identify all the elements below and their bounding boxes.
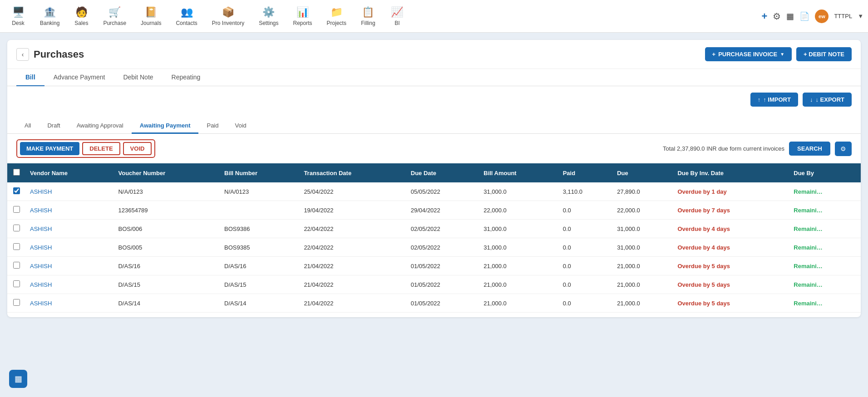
table-row[interactable]: ASHISH 123654789 19/04/2022 29/04/2022 2… — [7, 201, 861, 220]
row-due: 31,000.0 — [612, 220, 673, 238]
back-button[interactable]: ‹ — [16, 48, 29, 61]
row-checkbox-cell[interactable] — [7, 275, 25, 294]
row-bill-number: D/AS/15 — [220, 275, 299, 294]
journals-icon: 📔 — [145, 6, 157, 18]
col-header-due-by-inv-date: Due By Inv. Date — [673, 163, 789, 182]
table-settings-button[interactable]: ⚙ — [835, 142, 852, 156]
col-header-due: Due — [612, 163, 673, 182]
row-checkbox-cell[interactable] — [7, 220, 25, 238]
nav-item-bi[interactable]: 📈 BI — [384, 4, 411, 29]
row-checkbox-cell[interactable] — [7, 201, 25, 220]
row-checkbox-cell[interactable] — [7, 294, 25, 313]
subtab-awaiting-approval[interactable]: Awaiting Approval — [69, 118, 132, 134]
controls-right: Total 2,37,890.0 INR due form current in… — [663, 142, 852, 156]
table-body: ASHISH N/A/0123 N/A/0123 25/04/2022 05/0… — [7, 182, 861, 313]
select-all-checkbox[interactable] — [13, 169, 20, 176]
row-vendor-name[interactable]: ASHISH — [25, 294, 113, 313]
nav-label-banking: Banking — [40, 20, 59, 26]
nav-item-journals[interactable]: 📔 Journals — [134, 4, 168, 29]
row-checkbox[interactable] — [13, 262, 20, 269]
subtab-awaiting-payment[interactable]: Awaiting Payment — [132, 118, 199, 134]
debit-note-button[interactable]: + DEBIT NOTE — [796, 47, 852, 61]
plus-icon: + — [712, 51, 716, 58]
row-paid: 0.0 — [558, 238, 613, 257]
row-checkbox-cell[interactable] — [7, 182, 25, 201]
row-vendor-name[interactable]: ASHISH — [25, 182, 113, 201]
row-voucher-number: D/AS/15 — [113, 275, 220, 294]
add-icon[interactable]: + — [762, 10, 768, 22]
dropdown-arrow-icon[interactable]: ▼ — [858, 13, 863, 20]
row-due-by-inv-date: Overdue by 7 days — [673, 201, 789, 220]
nav-label-reports: Reports — [293, 20, 312, 26]
subtab-draft[interactable]: Draft — [39, 118, 68, 134]
nav-item-banking[interactable]: 🏦 Banking — [34, 4, 66, 29]
bottom-left-widget[interactable]: ▦ — [9, 370, 27, 388]
nav-label-pro-inventory: Pro Inventory — [212, 20, 244, 26]
row-checkbox[interactable] — [13, 280, 20, 287]
delete-button[interactable]: DELETE — [82, 142, 120, 155]
tab-repeating[interactable]: Repeating — [163, 69, 210, 86]
row-checkbox[interactable] — [13, 206, 20, 213]
row-due-date: 05/05/2022 — [406, 182, 479, 201]
row-checkbox[interactable] — [13, 243, 20, 250]
sub-tabs: All Draft Awaiting Approval Awaiting Pay… — [7, 113, 861, 134]
row-due-by: Remaini… — [789, 201, 861, 220]
nav-item-filling[interactable]: 📋 Filling — [355, 4, 382, 29]
row-vendor-name[interactable]: ASHISH — [25, 275, 113, 294]
nav-item-sales[interactable]: 🧑 Sales — [68, 4, 95, 29]
row-checkbox[interactable] — [13, 299, 20, 306]
nav-item-purchase[interactable]: 🛒 Purchase — [97, 4, 133, 29]
table-row[interactable]: ASHISH N/A/0123 N/A/0123 25/04/2022 05/0… — [7, 182, 861, 201]
row-vendor-name[interactable]: ASHISH — [25, 201, 113, 220]
nav-item-projects[interactable]: 📁 Projects — [321, 4, 353, 29]
table-row[interactable]: ASHISH BOS/005 BOS9385 22/04/2022 02/05/… — [7, 238, 861, 257]
import-label: ↑ IMPORT — [763, 96, 791, 103]
table-action-buttons: MAKE PAYMENT DELETE VOID — [16, 139, 155, 158]
nav-item-desk[interactable]: 🖥️ Desk — [5, 4, 32, 29]
table-row[interactable]: ASHISH BOS/006 BOS9386 22/04/2022 02/05/… — [7, 220, 861, 238]
row-transaction-date: 22/04/2022 — [299, 238, 406, 257]
tab-advance-payment[interactable]: Advance Payment — [44, 69, 114, 86]
void-button[interactable]: VOID — [123, 142, 152, 155]
desk-icon: 🖥️ — [12, 6, 25, 18]
subtab-all[interactable]: All — [16, 118, 39, 134]
grid-icon[interactable]: ▦ — [786, 11, 794, 21]
import-button[interactable]: ↑ ↑ IMPORT — [750, 93, 798, 107]
nav-item-reports[interactable]: 📊 Reports — [287, 4, 319, 29]
table-row[interactable]: ASHISH D/AS/15 D/AS/15 21/04/2022 01/05/… — [7, 275, 861, 294]
make-payment-button[interactable]: MAKE PAYMENT — [20, 142, 79, 155]
row-checkbox[interactable] — [13, 187, 20, 194]
row-checkbox-cell[interactable] — [7, 238, 25, 257]
row-vendor-name[interactable]: ASHISH — [25, 257, 113, 275]
doc-icon[interactable]: 📄 — [799, 11, 809, 21]
nav-item-pro-inventory[interactable]: 📦 Pro Inventory — [206, 4, 251, 29]
search-button[interactable]: SEARCH — [789, 142, 830, 156]
nav-label-projects: Projects — [327, 20, 346, 26]
subtab-paid[interactable]: Paid — [198, 118, 227, 134]
main-tabs: Bill Advance Payment Debit Note Repeatin… — [7, 69, 861, 86]
row-paid: 0.0 — [558, 257, 613, 275]
nav-label-journals: Journals — [141, 20, 161, 26]
purchase-invoice-button[interactable]: + PURCHASE INVOICE ▼ — [705, 47, 792, 61]
row-voucher-number: BOS/005 — [113, 238, 220, 257]
table-row[interactable]: ASHISH D/AS/14 D/AS/14 21/04/2022 01/05/… — [7, 294, 861, 313]
row-voucher-number: 123654789 — [113, 201, 220, 220]
row-checkbox[interactable] — [13, 225, 20, 231]
user-avatar[interactable]: ew — [815, 10, 829, 23]
table-row[interactable]: ASHISH D/AS/16 D/AS/16 21/04/2022 01/05/… — [7, 257, 861, 275]
nav-item-contacts[interactable]: 👥 Contacts — [169, 4, 203, 29]
tab-debit-note[interactable]: Debit Note — [114, 69, 162, 86]
row-vendor-name[interactable]: ASHISH — [25, 238, 113, 257]
export-button[interactable]: ↓ ↓ EXPORT — [803, 93, 852, 107]
page-container: ‹ Purchases + PURCHASE INVOICE ▼ + DEBIT… — [7, 40, 861, 317]
nav-label-purchase: Purchase — [103, 20, 126, 26]
nav-item-settings[interactable]: ⚙️ Settings — [252, 4, 285, 29]
row-checkbox-cell[interactable] — [7, 257, 25, 275]
nav-items: 🖥️ Desk 🏦 Banking 🧑 Sales 🛒 Purchase 📔 J… — [5, 4, 762, 29]
row-vendor-name[interactable]: ASHISH — [25, 220, 113, 238]
row-due-by: Remaini… — [789, 275, 861, 294]
subtab-void[interactable]: Void — [227, 118, 255, 134]
gear-icon[interactable]: ⚙ — [773, 11, 781, 22]
tab-bill[interactable]: Bill — [16, 69, 44, 86]
row-due-date: 02/05/2022 — [406, 238, 479, 257]
